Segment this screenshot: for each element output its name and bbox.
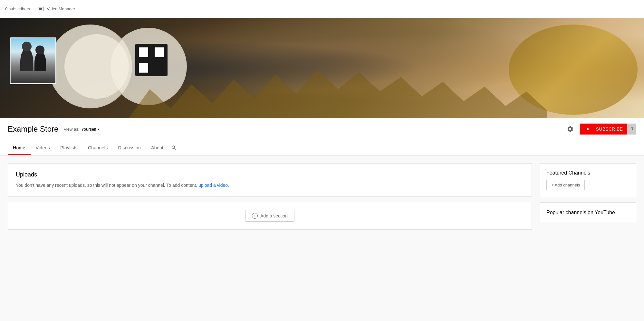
subscribe-label: Subscribe bbox=[596, 126, 623, 132]
featured-channels-title: Featured Channels bbox=[546, 170, 630, 176]
channel-left: Example Store View as: Yourself ▾ bbox=[8, 125, 99, 134]
add-channels-label: + Add channels bbox=[551, 183, 580, 187]
tab-videos[interactable]: Videos bbox=[31, 141, 55, 155]
channel-right: Subscribe 0 bbox=[564, 123, 636, 135]
uploads-description-text: You don't have any recent uploads, so th… bbox=[16, 183, 198, 188]
subscriber-count-badge: 0 bbox=[627, 124, 636, 135]
youtube-logo-icon bbox=[584, 126, 592, 132]
view-as-dropdown[interactable]: Yourself ▾ bbox=[81, 127, 99, 132]
video-manager-label: Video Manager bbox=[47, 6, 75, 11]
tab-discussion[interactable]: Discussion bbox=[113, 141, 146, 155]
chevron-down-icon: ▾ bbox=[98, 127, 99, 131]
view-as-label: View as: bbox=[63, 127, 79, 132]
plus-circle-icon: + bbox=[252, 213, 258, 219]
sidebar: Featured Channels + Add channels Popular… bbox=[540, 163, 636, 230]
channel-nav-tabs: Home Videos Playlists Channels Discussio… bbox=[0, 140, 644, 155]
view-as-value: Yourself bbox=[81, 127, 96, 132]
tab-home[interactable]: Home bbox=[8, 141, 31, 155]
search-icon[interactable] bbox=[168, 140, 179, 155]
channel-banner bbox=[0, 18, 644, 118]
top-bar: 0 subscribers Video Manager bbox=[0, 0, 644, 18]
subscribers-count: 0 subscribers bbox=[5, 6, 30, 11]
uploads-section: Uploads You don't have any recent upload… bbox=[8, 163, 532, 197]
upload-video-link[interactable]: upload a video bbox=[198, 183, 228, 188]
channel-info-bar: Example Store View as: Yourself ▾ Subscr… bbox=[0, 118, 644, 140]
play-triangle-icon bbox=[587, 127, 590, 131]
uploads-description-suffix: . bbox=[228, 183, 229, 188]
settings-button[interactable] bbox=[564, 123, 576, 135]
uploads-title: Uploads bbox=[16, 171, 524, 178]
uploads-description: You don't have any recent uploads, so th… bbox=[16, 182, 524, 189]
add-section-button[interactable]: + Add a section bbox=[245, 210, 294, 222]
subscribe-group: Subscribe 0 bbox=[580, 124, 636, 135]
qr-code-decoration bbox=[135, 44, 168, 76]
popular-channels-box: Popular channels on YouTube bbox=[540, 202, 636, 223]
video-manager-link[interactable]: Video Manager bbox=[38, 6, 75, 11]
main-content: Uploads You don't have any recent upload… bbox=[0, 155, 644, 237]
channel-avatar bbox=[10, 37, 56, 84]
channel-name: Example Store bbox=[8, 125, 58, 134]
popular-channels-title: Popular channels on YouTube bbox=[546, 209, 630, 216]
featured-channels-box: Featured Channels + Add channels bbox=[540, 163, 636, 197]
add-channels-button[interactable]: + Add channels bbox=[546, 180, 585, 190]
tab-channels[interactable]: Channels bbox=[83, 141, 113, 155]
content-primary: Uploads You don't have any recent upload… bbox=[8, 163, 532, 230]
gear-icon bbox=[567, 125, 574, 133]
video-manager-icon bbox=[38, 7, 43, 11]
tab-playlists[interactable]: Playlists bbox=[55, 141, 83, 155]
tab-about[interactable]: About bbox=[146, 141, 168, 155]
add-section-label: Add a section bbox=[260, 213, 288, 218]
subscribe-button[interactable]: Subscribe bbox=[580, 124, 628, 135]
banner-decoration bbox=[64, 34, 129, 99]
add-section-container: + Add a section bbox=[8, 202, 532, 230]
